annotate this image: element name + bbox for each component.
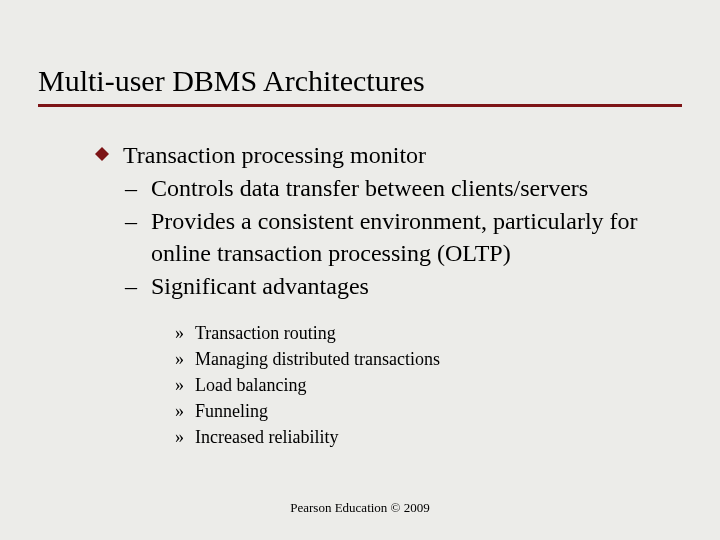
- bullet-level1: Transaction processing monitor: [95, 140, 680, 171]
- bullet-level2: – Significant advantages: [95, 271, 680, 302]
- svg-marker-0: [95, 147, 109, 161]
- bullet-text: Load balancing: [195, 375, 306, 395]
- slide-title: Multi-user DBMS Architectures: [38, 64, 682, 98]
- dash-icon: –: [125, 206, 137, 237]
- footer-text: Pearson Education © 2009: [0, 500, 720, 516]
- bullet-text: Increased reliability: [195, 427, 338, 447]
- raquo-icon: »: [175, 346, 184, 372]
- bullet-level3: » Funneling: [175, 398, 680, 424]
- bullet-level3: » Managing distributed transactions: [175, 346, 680, 372]
- slide: Multi-user DBMS Architectures Transactio…: [0, 0, 720, 540]
- raquo-icon: »: [175, 372, 184, 398]
- bullet-text: Provides a consistent environment, parti…: [151, 208, 638, 265]
- bullet-level3-group: » Transaction routing » Managing distrib…: [95, 320, 680, 450]
- raquo-icon: »: [175, 424, 184, 450]
- bullet-level3: » Load balancing: [175, 372, 680, 398]
- diamond-icon: [95, 147, 109, 161]
- bullet-text: Controls data transfer between clients/s…: [151, 175, 588, 201]
- bullet-level2: – Provides a consistent environment, par…: [95, 206, 680, 268]
- bullet-level3: » Increased reliability: [175, 424, 680, 450]
- bullet-text: Managing distributed transactions: [195, 349, 440, 369]
- dash-icon: –: [125, 271, 137, 302]
- dash-icon: –: [125, 173, 137, 204]
- body-content: Transaction processing monitor – Control…: [95, 140, 680, 450]
- bullet-level3: » Transaction routing: [175, 320, 680, 346]
- bullet-text: Significant advantages: [151, 273, 369, 299]
- raquo-icon: »: [175, 320, 184, 346]
- title-block: Multi-user DBMS Architectures: [38, 64, 682, 107]
- title-underline: [38, 104, 682, 107]
- bullet-text: Transaction processing monitor: [123, 142, 426, 168]
- bullet-text: Transaction routing: [195, 323, 336, 343]
- bullet-text: Funneling: [195, 401, 268, 421]
- raquo-icon: »: [175, 398, 184, 424]
- bullet-level2: – Controls data transfer between clients…: [95, 173, 680, 204]
